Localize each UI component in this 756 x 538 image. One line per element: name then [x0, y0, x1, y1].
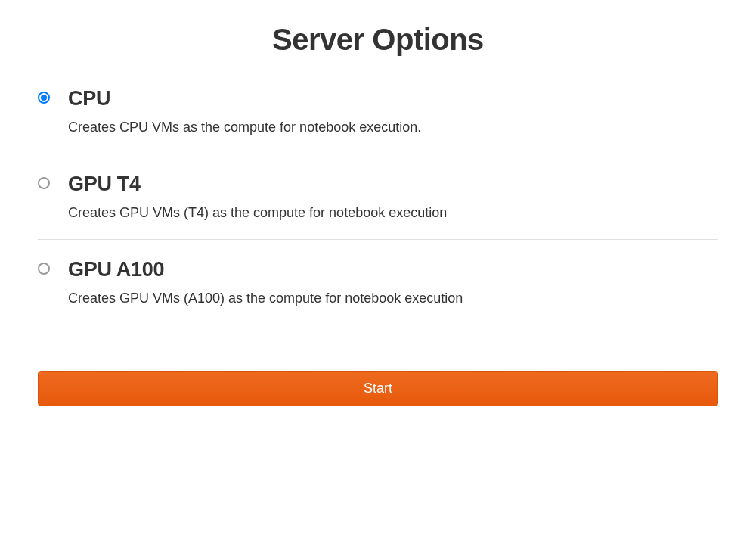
- option-title-gpu-a100: GPU A100: [68, 258, 718, 281]
- server-option-list: CPU Creates CPU VMs as the compute for n…: [38, 87, 718, 325]
- option-body: CPU Creates CPU VMs as the compute for n…: [68, 87, 718, 135]
- page-title: Server Options: [38, 23, 718, 57]
- option-title-gpu-t4: GPU T4: [68, 173, 718, 196]
- option-desc-gpu-a100: Creates GPU VMs (A100) as the compute fo…: [68, 291, 718, 306]
- radio-col: [38, 87, 68, 104]
- radio-unselected-icon[interactable]: [38, 263, 50, 275]
- radio-col: [38, 173, 68, 189]
- option-body: GPU T4 Creates GPU VMs (T4) as the compu…: [68, 173, 718, 221]
- option-body: GPU A100 Creates GPU VMs (A100) as the c…: [68, 258, 718, 306]
- option-desc-gpu-t4: Creates GPU VMs (T4) as the compute for …: [68, 205, 718, 221]
- server-option-gpu-a100[interactable]: GPU A100 Creates GPU VMs (A100) as the c…: [38, 258, 718, 325]
- radio-selected-icon[interactable]: [38, 92, 50, 104]
- radio-col: [38, 258, 68, 275]
- option-title-cpu: CPU: [68, 87, 718, 110]
- option-desc-cpu: Creates CPU VMs as the compute for noteb…: [68, 120, 718, 135]
- start-button[interactable]: Start: [38, 371, 718, 406]
- server-option-cpu[interactable]: CPU Creates CPU VMs as the compute for n…: [38, 87, 718, 154]
- radio-unselected-icon[interactable]: [38, 177, 50, 189]
- server-option-gpu-t4[interactable]: GPU T4 Creates GPU VMs (T4) as the compu…: [38, 173, 718, 240]
